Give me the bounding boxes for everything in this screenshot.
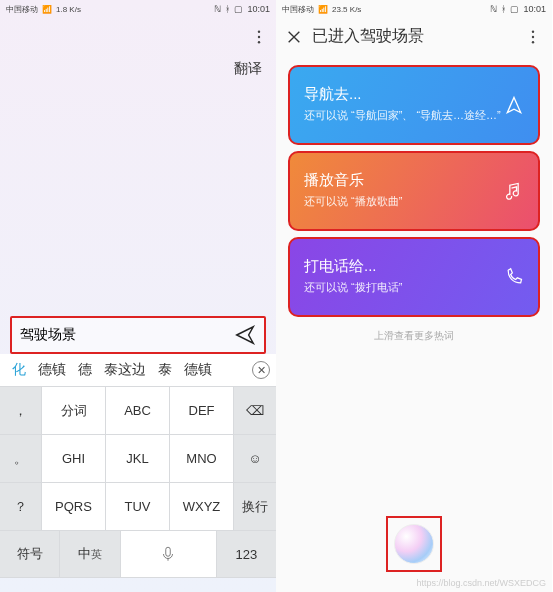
- footer-tip: 上滑查看更多热词: [276, 329, 552, 343]
- navigation-icon: [504, 95, 524, 115]
- phone-right: 中国移动 📶 23.5 K/s ℕ ᚼ ▢ 10:01 已进入驾驶场景 导航去.…: [276, 0, 552, 592]
- clock: 10:01: [523, 4, 546, 14]
- signal-icon: 📶: [42, 5, 52, 14]
- assistant-orb-icon: [394, 524, 434, 564]
- signal-icon: 📶: [318, 5, 328, 14]
- svg-rect-3: [166, 547, 171, 556]
- kb-key-mno[interactable]: MNO: [170, 435, 234, 482]
- kb-key-wxyz[interactable]: WXYZ: [170, 483, 234, 530]
- clock: 10:01: [247, 4, 270, 14]
- candidate-item[interactable]: 泰: [152, 361, 178, 379]
- candidates-close-icon[interactable]: ✕: [252, 361, 270, 379]
- header-right: 已进入驾驶场景: [276, 18, 552, 59]
- voice-assistant-button[interactable]: [386, 516, 442, 572]
- card-title: 导航去...: [304, 85, 524, 104]
- kb-key-pqrs[interactable]: PQRS: [42, 483, 106, 530]
- svg-point-0: [258, 31, 260, 33]
- svg-point-6: [532, 41, 534, 43]
- music-note-icon: [504, 181, 524, 201]
- kb-key-jkl[interactable]: JKL: [106, 435, 170, 482]
- net-speed: 23.5 K/s: [332, 5, 361, 14]
- net-speed: 1.8 K/s: [56, 5, 81, 14]
- keyboard: ， 分词 ABC DEF ⌫ 。 GHI JKL MNO ☺ ？ PQRS TU…: [0, 386, 276, 578]
- candidate-item[interactable]: 泰这边: [98, 361, 152, 379]
- kb-key-comma[interactable]: ，: [0, 387, 42, 434]
- candidate-item[interactable]: 德: [72, 361, 98, 379]
- kb-key-def[interactable]: DEF: [170, 387, 234, 434]
- send-icon[interactable]: [234, 324, 256, 346]
- kb-key-fenci[interactable]: 分词: [42, 387, 106, 434]
- bluetooth-icon: ᚼ: [225, 4, 230, 14]
- carrier-label: 中国移动: [6, 4, 38, 15]
- bluetooth-icon: ᚼ: [501, 4, 506, 14]
- card-subtitle: 还可以说 “导航回家”、 “导航去…途经…”: [304, 108, 524, 123]
- card-title: 播放音乐: [304, 171, 524, 190]
- kb-key-enter[interactable]: 换行: [234, 483, 276, 530]
- carrier-label: 中国移动: [282, 4, 314, 15]
- candidate-item[interactable]: 德镇: [32, 361, 72, 379]
- message-input[interactable]: [20, 327, 234, 343]
- nfc-icon: ℕ: [214, 4, 221, 14]
- battery-icon: ▢: [510, 4, 519, 14]
- card-subtitle: 还可以说 “播放歌曲”: [304, 194, 524, 209]
- candidate-item[interactable]: 德镇: [178, 361, 218, 379]
- phone-left: 中国移动 📶 1.8 K/s ℕ ᚼ ▢ 10:01 翻译 化 德镇 德 泰这边…: [0, 0, 276, 592]
- svg-point-2: [258, 41, 260, 43]
- ime-candidates: 化 德镇 德 泰这边 泰 德镇 ✕: [0, 354, 276, 386]
- battery-icon: ▢: [234, 4, 243, 14]
- kb-key-ghi[interactable]: GHI: [42, 435, 106, 482]
- kb-key-backspace[interactable]: ⌫: [234, 387, 276, 434]
- header-left: [0, 18, 276, 56]
- watermark: https://blog.csdn.net/WSXEDCG: [416, 578, 546, 588]
- card-title: 打电话给...: [304, 257, 524, 276]
- more-icon[interactable]: [250, 28, 268, 46]
- card-navigate[interactable]: 导航去... 还可以说 “导航回家”、 “导航去…途经…”: [288, 65, 540, 145]
- svg-point-1: [258, 36, 260, 38]
- close-icon[interactable]: [286, 29, 302, 45]
- svg-point-4: [532, 30, 534, 32]
- kb-key-period[interactable]: 。: [0, 435, 42, 482]
- kb-key-emoji[interactable]: ☺: [234, 435, 276, 482]
- kb-key-tuv[interactable]: TUV: [106, 483, 170, 530]
- card-subtitle: 还可以说 “拨打电话”: [304, 280, 524, 295]
- kb-key-lang[interactable]: 中英: [60, 531, 120, 577]
- card-music[interactable]: 播放音乐 还可以说 “播放歌曲”: [288, 151, 540, 231]
- phone-icon: [504, 267, 524, 287]
- kb-key-123[interactable]: 123: [217, 531, 276, 577]
- card-call[interactable]: 打电话给... 还可以说 “拨打电话”: [288, 237, 540, 317]
- page-title: 已进入驾驶场景: [312, 26, 424, 47]
- nfc-icon: ℕ: [490, 4, 497, 14]
- svg-point-5: [532, 35, 534, 37]
- translate-button[interactable]: 翻译: [0, 56, 276, 78]
- kb-key-symbols[interactable]: 符号: [0, 531, 60, 577]
- microphone-icon: [159, 545, 177, 563]
- kb-key-abc[interactable]: ABC: [106, 387, 170, 434]
- more-icon[interactable]: [524, 28, 542, 46]
- content-area: [0, 78, 276, 316]
- text-input-bar: [10, 316, 266, 354]
- kb-key-space[interactable]: [121, 531, 217, 577]
- status-bar: 中国移动 📶 1.8 K/s ℕ ᚼ ▢ 10:01: [0, 0, 276, 18]
- candidate-item[interactable]: 化: [6, 361, 32, 379]
- status-bar: 中国移动 📶 23.5 K/s ℕ ᚼ ▢ 10:01: [276, 0, 552, 18]
- kb-key-question[interactable]: ？: [0, 483, 42, 530]
